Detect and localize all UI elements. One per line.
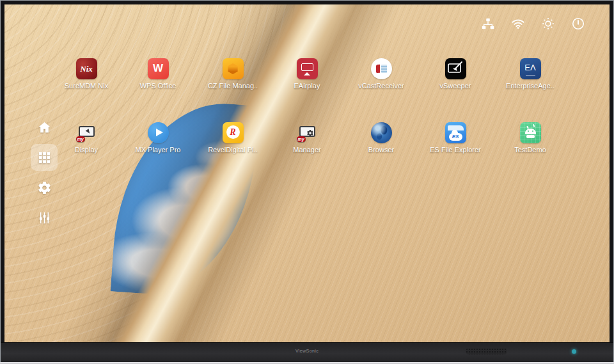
manager-icon: my [297,122,318,143]
vsweeper-icon [445,58,466,79]
speaker-grille [466,348,507,354]
vcastreceiver-icon [371,58,392,79]
sliders-icon [37,210,52,225]
app-reveldigital-player[interactable]: R RevelDigital Pl.. [198,122,268,154]
my-badge: my [297,136,306,142]
power-indicator-led [572,349,576,354]
sidebar-item-settings[interactable] [31,174,58,201]
app-wps-office[interactable]: W WPS Office [123,58,193,90]
my-badge: my [76,136,85,142]
apps-grid-icon [37,150,52,165]
revel-circle-shape: R [226,125,240,139]
cursor-shape [85,129,92,136]
vcast-blue-shape [381,65,387,73]
viewsonic-display-frame: Nix SureMDM Nix W WPS Office CZ File Man… [0,0,614,364]
app-vsweeper[interactable]: vSweeper [420,58,491,90]
app-display[interactable]: my Display [51,122,122,154]
mx-player-icon [148,122,169,143]
reveldigital-icon: R [223,122,244,143]
brightness-icon[interactable] [541,17,555,31]
enterprise-agent-icon: EΛ [520,58,541,79]
wifi-icon[interactable] [511,17,525,31]
bottom-bezel: ViewSonic [1,342,613,362]
app-label: EnterpriseAge.. [495,82,565,90]
es-glyph: ES [449,133,462,141]
app-label: MX Player Pro [123,146,193,154]
app-label: CZ File Manag.. [198,82,268,90]
android-robot-icon [520,122,541,143]
ethernet-icon[interactable] [481,17,495,31]
gear-icon [37,180,52,195]
app-label: vCastReceiver [346,82,416,90]
home-icon [37,120,52,135]
sidebar [31,114,58,231]
sidebar-item-apps[interactable] [31,144,58,171]
app-cz-file-manager[interactable]: CZ File Manag.. [198,58,268,90]
app-label: TestDemo [495,146,565,154]
wps-office-icon: W [148,58,169,79]
sidebar-item-home[interactable] [31,114,58,141]
app-testdemo[interactable]: TestDemo [495,122,565,154]
android-body-shape [526,135,535,138]
app-mx-player-pro[interactable]: MX Player Pro [123,122,193,154]
app-label: WPS Office [123,82,193,90]
home-screen: Nix SureMDM Nix W WPS Office CZ File Man… [4,4,610,342]
app-vcastreceiver[interactable]: vCastReceiver [346,58,416,90]
status-bar [481,17,585,31]
eairplay-icon [297,58,318,79]
ea-glyph: EΛ [520,58,541,77]
airplay-triangle-shape [304,72,310,75]
app-eairplay[interactable]: EAirplay [272,58,342,90]
revel-r-glyph: R [226,125,240,139]
es-file-explorer-icon: ES [445,122,466,143]
vcast-red-shape [376,65,380,74]
android-head-shape [525,129,536,134]
airplay-screen-shape [301,63,313,71]
app-label: Manager [272,146,342,154]
power-icon[interactable] [571,17,585,31]
app-label: SureMDM Nix [51,82,122,90]
broom-icon [445,58,466,79]
display-icon: my [76,122,97,143]
app-label: EAirplay [272,82,342,90]
screen-shape [79,126,95,137]
gear-icon [306,129,314,137]
es-cloud-shape: ES [449,133,462,141]
sidebar-item-adjustments[interactable] [31,204,58,231]
suremdm-nix-icon: Nix [76,58,97,79]
screen-shape [299,126,315,137]
app-enterprise-agent[interactable]: EΛ EnterpriseAge.. [495,58,565,90]
wps-glyph: W [148,58,169,79]
app-es-file-explorer[interactable]: ES ES File Explorer [420,122,491,154]
cz-file-manager-icon [223,58,244,79]
app-browser[interactable]: Browser [346,122,416,154]
app-label: Display [51,146,122,154]
app-label: ES File Explorer [420,146,491,154]
globe-icon [371,122,392,143]
app-label: vSweeper [420,82,491,90]
app-manager[interactable]: my Manager [272,122,342,154]
app-label: Browser [346,146,416,154]
viewsonic-logo: ViewSonic [1,349,613,353]
nix-glyph: Nix [76,58,97,79]
app-label: RevelDigital Pl.. [198,146,268,154]
app-suremdm-nix[interactable]: Nix SureMDM Nix [51,58,122,90]
